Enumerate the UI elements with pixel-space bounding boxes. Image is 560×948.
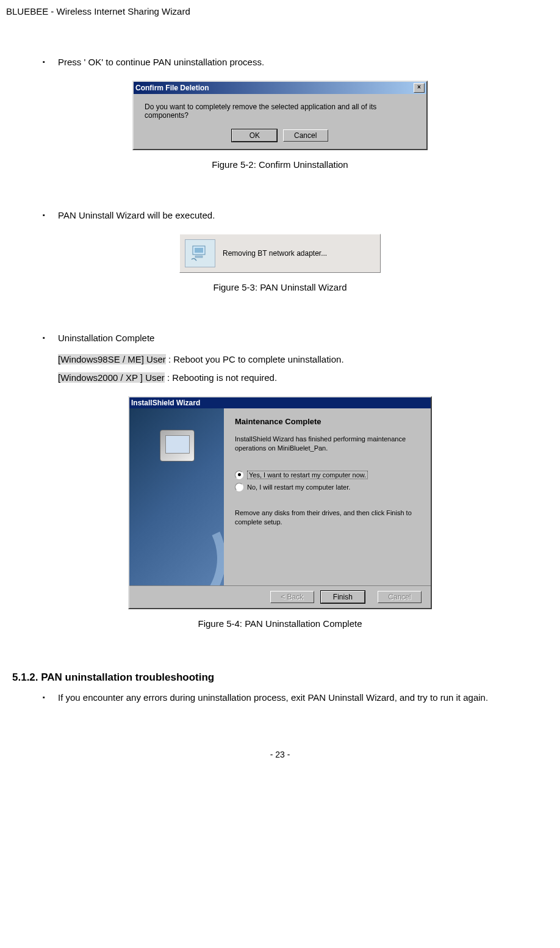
win2k-user-text: : Rebooting is not required. [165,372,277,383]
close-icon[interactable]: × [414,83,425,93]
figure-caption-5-2: Figure 5-2: Confirm Uninstallation [24,159,536,170]
radio-restart-later-label: No, I will restart my computer later. [247,483,350,491]
progress-dialog: Removing BT network adapter... [179,234,381,273]
radio-icon-unselected [235,483,243,491]
uninstall-complete-text: Uninstallation Complete [58,333,154,343]
progress-text: Removing BT network adapter... [223,249,327,258]
page-number: - 23 - [24,750,536,759]
win2k-user-label: [Windows2000 / XP ] User [58,372,165,383]
confirm-message: Do you want to completely remove the sel… [145,103,415,120]
section-heading-5-1-2: 5.1.2. PAN uninstallation troubleshootin… [12,671,536,684]
wizard-paragraph: InstallShield Wizard has finished perfor… [235,435,418,454]
ok-button[interactable]: OK [232,129,277,142]
bullet-wizard-executed: PAN Uninstall Wizard will be executed. [43,206,536,225]
computer-icon [185,239,215,267]
cancel-button[interactable]: Cancel [283,129,328,142]
wizard-paragraph-2: Remove any disks from their drives, and … [235,508,418,527]
svg-rect-2 [195,256,203,258]
wizard-cancel-button: Cancel [378,591,422,603]
figure-caption-5-3: Figure 5-3: PAN Uninstall Wizard [24,282,536,292]
wizard-titlebar: InstallShield Wizard [129,397,431,408]
finish-button[interactable]: Finish [321,591,365,603]
confirm-title-text: Confirm File Deletion [135,84,209,92]
wizard-sidebar-image [129,408,224,585]
back-button: < Back [270,591,314,603]
bullet-press-ok: Press ' OK' to continue PAN uninstallati… [43,53,536,71]
confirm-titlebar: Confirm File Deletion × [134,82,426,94]
installshield-wizard-dialog: InstallShield Wizard Maintenance Complet… [128,396,432,609]
radio-restart-now-label: Yes, I want to restart my computer now. [247,471,368,479]
bullet-troubleshooting: If you encounter any errors during unins… [43,689,536,707]
win98-user-text: : Reboot you PC to complete uninstallati… [166,354,344,364]
svg-rect-1 [195,248,203,253]
win98-user-label: [Windows98SE / ME] User [58,354,166,364]
radio-icon-selected [235,471,243,479]
doc-header: BLUEBEE - Wireless Internet Sharing Wiza… [6,6,536,16]
radio-restart-later[interactable]: No, I will restart my computer later. [235,483,418,491]
radio-restart-now[interactable]: Yes, I want to restart my computer now. [235,471,418,479]
figure-caption-5-4: Figure 5-4: PAN Uninstallation Complete [24,618,536,629]
wizard-heading: Maintenance Complete [235,417,418,426]
confirm-dialog: Confirm File Deletion × Do you want to c… [132,81,428,150]
wizard-title-text: InstallShield Wizard [131,399,200,407]
bullet-uninstall-complete: Uninstallation Complete [43,329,536,347]
